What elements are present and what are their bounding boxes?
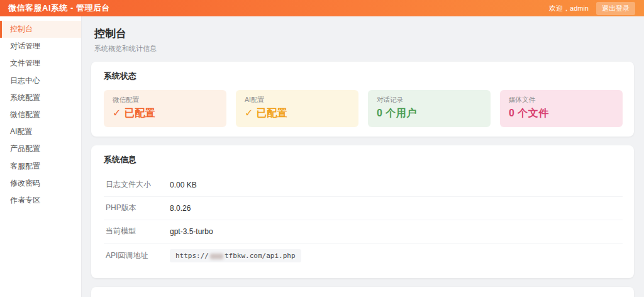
status-box-value: ✓ 已配置 (245, 107, 350, 120)
url-prefix: https:// (175, 252, 209, 260)
app-title: 微信客服AI系统 - 管理后台 (8, 3, 110, 14)
status-box-value: 0 个文件 (509, 107, 614, 120)
sidebar-item-10[interactable]: 作者专区 (0, 192, 81, 209)
status-box: 微信配置 ✓ 已配置 (104, 90, 226, 127)
sidebar-item-4[interactable]: 系统配置 (0, 89, 81, 106)
system-info-card-title: 系统信息 (104, 154, 623, 165)
sidebar-item-label: 文件管理 (10, 59, 40, 67)
sidebar-item-label: 产品配置 (10, 144, 40, 153)
sidebar-item-label: 微信配置 (10, 110, 40, 119)
info-row: 日志文件大小 0.00 KB (104, 174, 623, 197)
sidebar-nav: 控制台 对话管理 文件管理 日志中心 系统配置 微信配置 AI配置 产品配置 客… (0, 16, 82, 297)
status-box-value: 0 个用户 (377, 107, 482, 120)
sidebar-item-label: 作者专区 (10, 196, 40, 205)
layout: 控制台 对话管理 文件管理 日志中心 系统配置 微信配置 AI配置 产品配置 客… (0, 16, 644, 297)
url-suffix: tfbkw.com/api.php (225, 252, 296, 260)
sidebar-item-label: 对话管理 (10, 42, 40, 50)
quick-actions-card: 快速操作 系统配置 微信配置 AI配置 产品配置 (91, 287, 634, 297)
page-subtitle: 系统概览和统计信息 (94, 44, 634, 53)
info-row-list: 日志文件大小 0.00 KB PHP版本 8.0.26 当前模型 gpt-3.5… (104, 174, 623, 269)
sidebar-item-label: 日志中心 (10, 76, 40, 85)
info-row: PHP版本 8.0.26 (104, 197, 623, 220)
status-box: AI配置 ✓ 已配置 (236, 90, 358, 127)
main-content: 控制台 系统概览和统计信息 系统状态 微信配置 ✓ 已配置 AI配置 ✓ 已配置… (82, 16, 644, 297)
system-status-card: 系统状态 微信配置 ✓ 已配置 AI配置 ✓ 已配置 对话记录 0 个用户 媒体… (91, 62, 634, 137)
info-row-label: 当前模型 (106, 226, 170, 237)
status-box: 媒体文件 0 个文件 (500, 90, 623, 127)
logout-button[interactable]: 退出登录 (596, 2, 635, 15)
sidebar-item-label: 系统配置 (10, 93, 40, 102)
status-box-label: 媒体文件 (509, 96, 614, 104)
api-callback-url-value: https://tfbkw.com/api.php (170, 249, 301, 262)
sidebar-item-5[interactable]: 微信配置 (0, 106, 81, 123)
top-bar: 微信客服AI系统 - 管理后台 欢迎，admin 退出登录 (0, 0, 644, 16)
status-box: 对话记录 0 个用户 (368, 90, 491, 127)
status-box-label: 对话记录 (377, 96, 482, 104)
page-title: 控制台 (94, 26, 634, 41)
status-box-label: AI配置 (245, 96, 350, 104)
welcome-text: 欢迎，admin (549, 4, 589, 13)
sidebar-item-label: AI配置 (10, 127, 32, 136)
info-row-label: PHP版本 (106, 203, 170, 213)
sidebar-item-3[interactable]: 日志中心 (0, 72, 81, 89)
status-box-label: 微信配置 (113, 96, 218, 104)
status-box-row: 微信配置 ✓ 已配置 AI配置 ✓ 已配置 对话记录 0 个用户 媒体文件 0 … (104, 90, 623, 127)
redacted-segment (210, 254, 223, 259)
info-row: 当前模型 gpt-3.5-turbo (104, 220, 623, 244)
info-row-label: API回调地址 (106, 250, 170, 261)
sidebar-item-7[interactable]: 产品配置 (0, 140, 81, 157)
sidebar-item-1[interactable]: 对话管理 (0, 38, 81, 55)
status-box-value: ✓ 已配置 (113, 107, 218, 120)
sidebar-item-label: 修改密码 (10, 179, 40, 188)
top-bar-right: 欢迎，admin 退出登录 (549, 2, 635, 15)
sidebar-item-2[interactable]: 文件管理 (0, 55, 81, 72)
system-status-card-title: 系统状态 (104, 70, 623, 82)
sidebar-item-label: 控制台 (10, 25, 33, 33)
sidebar-item-0[interactable]: 控制台 (0, 21, 81, 38)
info-row-label: 日志文件大小 (106, 179, 170, 190)
system-info-card: 系统信息 日志文件大小 0.00 KB PHP版本 8.0.26 当前模型 gp… (91, 145, 634, 278)
info-row: API回调地址 https://tfbkw.com/api.php (104, 244, 623, 269)
info-row-value: 0.00 KB (170, 181, 197, 189)
sidebar-item-label: 客服配置 (10, 162, 40, 171)
sidebar-item-9[interactable]: 修改密码 (0, 175, 81, 192)
info-row-value: gpt-3.5-turbo (170, 227, 213, 236)
sidebar-item-8[interactable]: 客服配置 (0, 158, 81, 175)
info-row-value: 8.0.26 (170, 204, 191, 213)
sidebar-item-6[interactable]: AI配置 (0, 123, 81, 140)
